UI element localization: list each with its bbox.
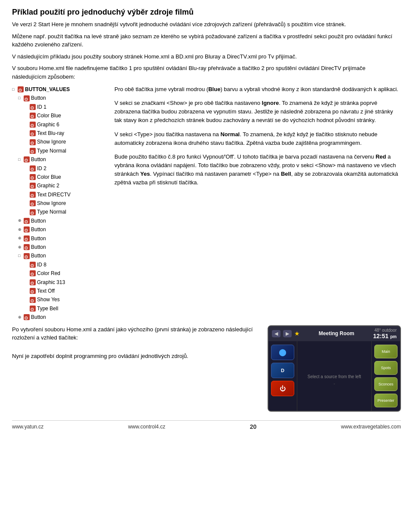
tree-text-off: Text Off [12, 287, 107, 295]
type-normal1-expand [24, 147, 29, 154]
type-normal1-label: Type Normal [37, 147, 66, 155]
right-para-2: V sekci se značkami <Show> je pro obě tl… [114, 99, 401, 125]
c4-bluray-icon: ⬤ [279, 348, 287, 356]
tree-panel: □ BUTTON_VALUES □ Button ID 1 Color Blue [12, 85, 107, 322]
right-para-3: V sekci <Type> jsou tlačítka nastavena n… [114, 130, 401, 147]
c4-dash: - [333, 381, 335, 386]
c4-presenter-btn[interactable]: Presenter [374, 394, 398, 407]
c4-main-area: Select a source from the left - [297, 341, 371, 411]
right-para-1: Pro obě tlačítka jsme vybrali modrou (Bl… [114, 85, 401, 94]
c4-sconces-label: Sconces [379, 382, 394, 386]
text-off-label: Text Off [37, 287, 55, 295]
c4-bluray-btn[interactable]: ⬤ [271, 345, 294, 360]
graphic6-gear-icon [29, 122, 36, 128]
c4-spots-btn[interactable]: Spots [374, 361, 398, 375]
button5-label: Button [31, 234, 46, 243]
button5-expand-icon[interactable]: ⊕ [18, 235, 23, 242]
main-content: □ BUTTON_VALUES □ Button ID 1 Color Blue [12, 85, 401, 322]
c4-directv-btn[interactable]: D [271, 363, 294, 378]
c4-spots-label: Spots [381, 366, 391, 370]
type-normal2-gear-icon [29, 209, 36, 215]
type-bell-expand [24, 305, 29, 312]
color-red-label: Color Red [37, 269, 60, 278]
button4-gear-icon [23, 226, 30, 232]
intro-para-3: V následujícím příkladu jsou použity sou… [12, 52, 401, 61]
type-bell-label: Type Bell [37, 304, 58, 313]
tree-color-blue-1: Color Blue [12, 111, 107, 120]
tree-button1: □ Button [12, 94, 107, 102]
button1-expand-icon[interactable]: □ [18, 95, 23, 101]
graphic313-expand [24, 279, 29, 285]
c4-main-btn[interactable]: Main [374, 345, 398, 358]
id8-label: ID 8 [37, 260, 46, 269]
id1-label: ID 1 [37, 103, 46, 111]
type-normal2-expand [24, 209, 29, 215]
type-normal1-gear-icon [29, 148, 36, 154]
color1-expand [24, 113, 29, 119]
bottom-section: Po vytvoření souboru Home.xml a zadání j… [12, 325, 401, 412]
color1-label: Color Blue [37, 111, 61, 120]
tree-color-blue-2: Color Blue [12, 173, 107, 181]
c4-sconces-btn[interactable]: Sconces [374, 377, 398, 391]
button6-label: Button [31, 243, 46, 251]
c4-back-btn[interactable]: ◀ [272, 330, 280, 337]
tree-button5: ⊕ Button [12, 234, 107, 243]
footer-site3: www.extravegetables.com [341, 424, 401, 430]
c4-star-icon[interactable]: ★ [294, 330, 300, 337]
intro-para-4: V souboru Home.xml file nadefinujeme tla… [12, 64, 401, 81]
intro-para-2: Můžene např. použít tlačítka na levé str… [12, 32, 401, 49]
tree-button8: ⊕ Button [12, 313, 107, 321]
tree-button4: ⊕ Button [12, 225, 107, 234]
text-off-gear-icon [29, 288, 36, 294]
tree-button2: □ Button [12, 155, 107, 164]
bottom-text-area: Po vytvoření souboru Home.xml a zadání j… [12, 325, 260, 412]
show-ignore2-expand [24, 200, 29, 207]
graphic313-label: Graphic 313 [37, 278, 65, 287]
id2-label: ID 2 [37, 164, 46, 173]
button8-gear-icon [23, 314, 30, 320]
c4-right-buttons: Main Spots Sconces Presenter [371, 341, 400, 411]
control4-ui: ◀ ▶ ★ Meeting Room 48° outdoor 12:51 pm [268, 325, 401, 412]
c4-sources: ⬤ D ⏻ [268, 341, 297, 411]
button6-gear-icon [23, 244, 30, 250]
button3-expand-icon[interactable]: ⊕ [18, 217, 23, 224]
tree-graphic2: Graphic 2 [12, 181, 107, 190]
button1-gear-icon [23, 95, 30, 101]
button6-expand-icon[interactable]: ⊕ [18, 244, 23, 251]
button2-expand-icon[interactable]: □ [18, 156, 23, 163]
button8-expand-icon[interactable]: ⊕ [18, 314, 23, 321]
button4-expand-icon[interactable]: ⊕ [18, 226, 23, 233]
ui-mockup-container: ◀ ▶ ★ Meeting Room 48° outdoor 12:51 pm [268, 325, 401, 412]
c4-main-label: Main [382, 349, 390, 354]
show-yes-gear-icon [29, 297, 36, 303]
c4-body: ⬤ D ⏻ Select a source from the left - [268, 341, 400, 411]
c4-weather-time: 48° outdoor 12:51 pm [373, 328, 397, 339]
tree-button3: ⊕ Button [12, 217, 107, 225]
right-text-panel: Pro obě tlačítka jsme vybrali modrou (Bl… [114, 85, 401, 322]
c4-forward-btn[interactable]: ▶ [283, 330, 292, 337]
color2-label: Color Blue [37, 173, 61, 181]
text-directv-gear-icon [29, 192, 36, 198]
footer-page: 20 [250, 423, 257, 430]
tree-id1: ID 1 [12, 103, 107, 111]
graphic2-label: Graphic 2 [37, 181, 59, 190]
id2-gear-icon [29, 165, 36, 171]
button7-expand-icon[interactable]: □ [18, 253, 23, 259]
text-bluray-expand [24, 130, 29, 137]
show-yes-expand [24, 297, 29, 303]
id2-expand [24, 165, 29, 171]
c4-nav-left: ◀ ▶ ★ [272, 330, 300, 337]
graphic6-expand [24, 121, 29, 128]
footer: www.yatun.cz www.control4.cz 20 www.extr… [12, 420, 401, 430]
show-ignore1-label: Show Ignore [37, 138, 66, 146]
tree-root: □ BUTTON_VALUES [12, 85, 107, 94]
root-expand-icon[interactable]: □ [12, 86, 17, 93]
button3-label: Button [31, 217, 46, 225]
footer-site2: www.control4.cz [128, 424, 166, 430]
text-directv-expand [24, 191, 29, 198]
root-label: BUTTON_VALUES [25, 85, 70, 94]
root-gear-icon [17, 86, 24, 92]
c4-off-btn[interactable]: ⏻ [271, 381, 294, 396]
text-bluray-gear-icon [29, 130, 36, 136]
c4-room-title: Meeting Room [300, 330, 373, 336]
